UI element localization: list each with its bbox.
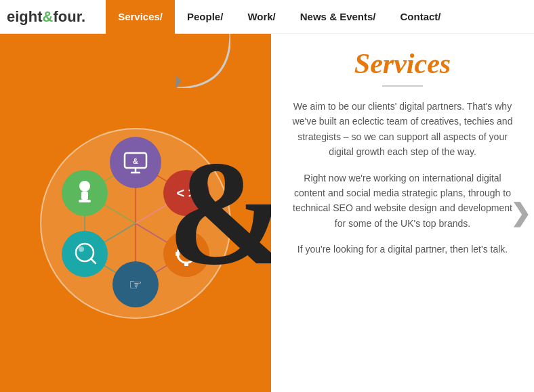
services-para-2: Right now we're working on international… [291, 171, 514, 232]
svg-rect-42 [81, 192, 88, 200]
svg-rect-43 [79, 200, 91, 202]
logo-text-end: four. [53, 8, 85, 25]
svg-point-36 [62, 231, 108, 277]
curved-arrow [176, 34, 230, 88]
nav-item-contact[interactable]: Contact/ [388, 0, 453, 34]
logo-text-main: eight [7, 8, 43, 25]
svg-text:&: & [133, 157, 138, 165]
services-para-3: If you're looking for a digital partner,… [297, 242, 508, 257]
nav-links: Services/ People/ Work/ News & Events/ C… [106, 0, 453, 34]
left-panel: & < > ☞ [0, 34, 271, 392]
nav-item-people[interactable]: People/ [175, 0, 235, 34]
nav-link-work[interactable]: Work/ [235, 0, 287, 34]
nav-link-contact[interactable]: Contact/ [388, 0, 453, 34]
next-arrow-button[interactable]: ❯ [510, 199, 531, 227]
nav-item-news[interactable]: News & Events/ [288, 0, 388, 34]
services-para-1: We aim to be our clients' digital partne… [291, 99, 514, 160]
logo-amp: & [43, 8, 54, 25]
right-panel: Services We aim to be our clients' digit… [271, 34, 534, 392]
svg-text:☞: ☞ [129, 276, 142, 293]
svg-point-39 [79, 246, 84, 252]
logo: eight&four. [7, 8, 85, 26]
nav-item-work[interactable]: Work/ [235, 0, 287, 34]
svg-point-41 [79, 181, 90, 192]
nav-link-news[interactable]: News & Events/ [288, 0, 388, 34]
nav-link-people[interactable]: People/ [175, 0, 235, 34]
big-ampersand: & [167, 139, 271, 288]
services-divider [382, 85, 423, 87]
services-title: Services [354, 47, 451, 80]
nav-item-services[interactable]: Services/ [106, 0, 175, 34]
main-nav: eight&four. Services/ People/ Work/ News… [0, 0, 534, 34]
main-container: & < > ☞ [0, 34, 534, 392]
nav-link-services[interactable]: Services/ [106, 0, 175, 34]
